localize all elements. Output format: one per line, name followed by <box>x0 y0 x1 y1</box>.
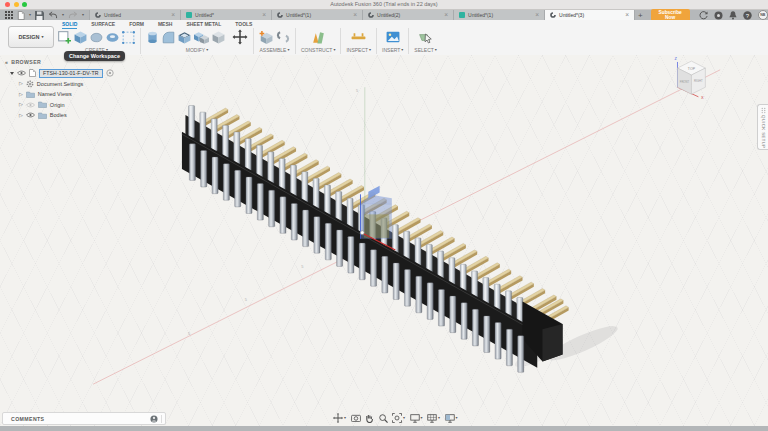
caret-down-icon[interactable]: ▾ <box>62 13 64 17</box>
separator <box>408 28 409 54</box>
select-dropdown[interactable]: SELECT▾ <box>414 47 436 53</box>
origin-point[interactable] <box>360 231 364 235</box>
shell-icon[interactable] <box>178 31 191 44</box>
item-label: Origin <box>50 102 65 108</box>
revolve-icon[interactable] <box>106 32 119 43</box>
viewports-icon[interactable] <box>445 414 455 423</box>
viewport-canvas[interactable]: 5 5 5 5 TOP FRONT RIGHT Z X <box>0 55 768 426</box>
document-tab-active[interactable]: Untitled*(3) × <box>544 10 635 20</box>
component-doc-icon <box>29 69 36 77</box>
inspect-group: INSPECT▾ <box>346 28 371 53</box>
document-tab[interactable]: Untitled × <box>89 10 180 20</box>
caret-down-icon: ▾ <box>42 35 44 39</box>
caret-down-icon[interactable]: ▾ <box>421 416 423 420</box>
sketch-points-icon[interactable] <box>122 31 135 44</box>
orbit-icon[interactable] <box>333 413 343 423</box>
folder-icon <box>26 91 35 98</box>
insert-dropdown[interactable]: INSERT▾ <box>382 47 403 53</box>
grid-snaps-icon[interactable] <box>427 414 437 423</box>
close-tab-icon[interactable]: × <box>444 12 448 19</box>
viewcube[interactable]: TOP FRONT RIGHT Z X <box>675 56 706 100</box>
close-tab-icon[interactable]: × <box>353 12 357 19</box>
comments-bar[interactable]: COMMENTS <box>2 412 166 425</box>
quick-setup-tab[interactable]: QUICK SETUP <box>757 104 768 150</box>
component-name[interactable]: FTSH-130-01-F-DV-TR <box>39 69 103 79</box>
new-component-icon[interactable] <box>259 31 273 44</box>
document-tab[interactable]: Untitled*(1) × <box>271 10 362 20</box>
document-tab[interactable]: Untitled(2) × <box>362 10 453 20</box>
move-copy-icon[interactable] <box>232 29 248 45</box>
display-settings-icon[interactable] <box>410 414 420 423</box>
activate-component-radio[interactable] <box>106 69 114 77</box>
caret-down-icon[interactable]: ▾ <box>29 13 31 17</box>
visibility-eye-icon[interactable] <box>26 112 35 118</box>
item-label: Bodies <box>50 112 67 118</box>
user-avatar[interactable]: NB <box>758 10 768 21</box>
save-icon[interactable] <box>35 11 44 20</box>
workspace-selector-button[interactable]: DESIGN ▾ <box>8 26 54 48</box>
caret-down-icon[interactable]: ▾ <box>438 416 440 420</box>
offset-face-icon[interactable] <box>212 31 225 44</box>
insert-image-icon[interactable] <box>386 31 400 43</box>
grip-icon <box>761 107 766 114</box>
look-at-icon[interactable] <box>351 414 361 422</box>
joint-icon[interactable] <box>276 31 290 43</box>
fusion-doc-icon <box>95 12 101 18</box>
expand-closed-icon[interactable]: ▷ <box>19 81 23 86</box>
app-grid-icon[interactable] <box>5 11 13 19</box>
tab-label: Untitled(2) <box>377 12 400 18</box>
help-icon[interactable]: ? <box>743 11 752 20</box>
press-pull-icon[interactable] <box>146 31 159 44</box>
extrude-icon[interactable] <box>74 31 87 44</box>
browser-item-bodies[interactable]: ▷ Bodies <box>0 110 150 121</box>
expand-open-icon[interactable] <box>10 72 14 75</box>
zoom-icon[interactable] <box>379 414 388 423</box>
caret-down-icon[interactable]: ▾ <box>456 416 458 420</box>
separator <box>295 28 296 54</box>
grid-label: 5 <box>301 264 304 269</box>
3d-model-pin-header[interactable] <box>182 106 621 373</box>
document-tab[interactable]: Untitled* × <box>180 10 271 20</box>
close-tab-icon[interactable]: × <box>171 12 175 19</box>
notifications-bell-icon[interactable] <box>729 11 737 20</box>
construction-plane-icon[interactable] <box>312 31 325 44</box>
caret-down-icon[interactable]: ▾ <box>403 416 405 420</box>
undo-icon[interactable] <box>48 11 58 19</box>
comments-label: COMMENTS <box>3 416 44 422</box>
visibility-eye-off-icon[interactable] <box>26 102 35 108</box>
document-tabbar: ▾ ▾ ▾ Untitled × Untitled* × Untitled*(1… <box>0 10 768 20</box>
navigation-bar: ▾ ▾ ▾ ▾ ▾ <box>333 412 458 424</box>
close-tab-icon[interactable]: × <box>535 12 539 19</box>
browser-item-origin[interactable]: ▷ Origin <box>0 100 150 111</box>
redo-icon[interactable] <box>68 11 78 19</box>
expand-closed-icon[interactable]: ▷ <box>19 102 23 107</box>
document-tab[interactable]: Untitled*(1) × <box>453 10 544 20</box>
collapse-panel-icon[interactable]: « <box>5 59 8 65</box>
form-icon[interactable] <box>90 32 103 43</box>
new-document-button[interactable]: + <box>635 10 646 20</box>
browser-root-row[interactable]: FTSH-130-01-F-DV-TR <box>0 68 150 79</box>
combine-icon[interactable] <box>194 31 209 44</box>
select-cursor-icon[interactable] <box>419 31 433 44</box>
pan-hand-icon[interactable] <box>365 414 374 423</box>
assemble-dropdown[interactable]: ASSEMBLE▾ <box>260 47 290 53</box>
close-tab-icon[interactable]: × <box>625 12 629 19</box>
browser-item-named-views[interactable]: ▷ Named Views <box>0 89 150 100</box>
close-tab-icon[interactable]: × <box>262 12 266 19</box>
create-sketch-icon[interactable] <box>58 31 71 44</box>
caret-down-icon[interactable]: ▾ <box>344 416 346 420</box>
measure-icon[interactable] <box>351 31 366 43</box>
expand-closed-icon[interactable]: ▷ <box>19 92 23 97</box>
fit-icon[interactable] <box>392 413 402 423</box>
caret-down-icon[interactable]: ▾ <box>82 13 84 17</box>
file-menu-icon[interactable] <box>17 11 25 20</box>
job-status-icon[interactable] <box>699 11 708 20</box>
fillet-icon[interactable] <box>162 31 175 44</box>
visibility-eye-icon[interactable] <box>17 70 26 76</box>
browser-item-document-settings[interactable]: ▷ Document Settings <box>0 79 150 90</box>
expand-closed-icon[interactable]: ▷ <box>19 113 23 118</box>
construct-dropdown[interactable]: CONSTRUCT▾ <box>301 47 335 53</box>
modify-dropdown[interactable]: MODIFY▾ <box>186 47 208 53</box>
extensions-icon[interactable] <box>714 11 723 20</box>
inspect-dropdown[interactable]: INSPECT▾ <box>346 47 371 53</box>
